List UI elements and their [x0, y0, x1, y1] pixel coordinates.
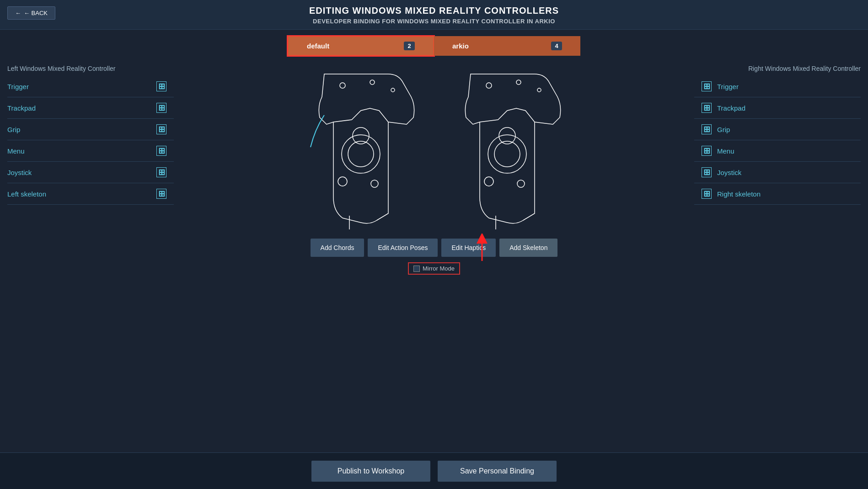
- right-trigger-label: Trigger: [717, 83, 739, 90]
- left-grip-add-icon[interactable]: ⊞: [156, 124, 166, 134]
- svg-point-6: [371, 180, 378, 187]
- add-skeleton-button[interactable]: Add Skeleton: [499, 239, 557, 257]
- right-panel-title: Right Windows Mixed Reality Controller: [694, 65, 861, 72]
- left-grip-item[interactable]: Grip ⊞: [7, 119, 174, 140]
- tab-arkio-badge: 4: [551, 42, 562, 50]
- left-panel: Left Windows Mixed Reality Controller Tr…: [0, 60, 174, 449]
- left-skeleton-add-icon[interactable]: ⊞: [156, 189, 166, 199]
- header: EDITING WINDOWS MIXED REALITY CONTROLLER…: [0, 0, 868, 30]
- tab-arkio[interactable]: arkio 4: [434, 36, 580, 56]
- save-personal-binding-button[interactable]: Save Personal Binding: [438, 461, 557, 482]
- right-menu-label: Menu: [717, 147, 734, 155]
- tab-default-label: default: [307, 42, 329, 50]
- back-button-label: ← BACK: [24, 10, 48, 16]
- svg-point-14: [517, 180, 525, 187]
- page-title: EDITING WINDOWS MIXED REALITY CONTROLLER…: [0, 5, 868, 16]
- svg-point-10: [537, 88, 541, 92]
- footer: Publish to Workshop Save Personal Bindin…: [0, 452, 868, 489]
- svg-point-8: [486, 83, 492, 88]
- svg-point-0: [340, 83, 345, 88]
- right-menu-item[interactable]: Menu ⊞: [694, 140, 861, 162]
- left-trackpad-add-icon[interactable]: ⊞: [156, 103, 166, 113]
- right-controller-image: [443, 65, 571, 229]
- left-skeleton-item[interactable]: Left skeleton ⊞: [7, 183, 174, 205]
- left-menu-add-icon[interactable]: ⊞: [156, 146, 166, 156]
- right-joystick-label: Joystick: [717, 169, 741, 176]
- svg-point-12: [494, 141, 520, 167]
- left-skeleton-label: Left skeleton: [7, 190, 46, 198]
- right-trigger-item[interactable]: Trigger ⊞: [694, 76, 861, 97]
- right-trigger-add-icon[interactable]: ⊞: [702, 81, 712, 91]
- left-controller-image: [297, 65, 425, 229]
- left-trackpad-label: Trackpad: [7, 104, 36, 112]
- right-trackpad-add-icon[interactable]: ⊞: [702, 103, 712, 113]
- page-subtitle: DEVELOPER BINDING FOR WINDOWS MIXED REAL…: [0, 18, 868, 25]
- svg-point-9: [516, 80, 521, 85]
- svg-point-5: [338, 177, 347, 186]
- tabs-container: default 2 arkio 4: [0, 30, 868, 60]
- left-grip-label: Grip: [7, 126, 20, 133]
- red-arrow-annotation: [471, 234, 493, 266]
- right-grip-add-icon[interactable]: ⊞: [702, 124, 712, 134]
- right-skeleton-label: Right skeleton: [717, 190, 761, 198]
- right-joystick-item[interactable]: Joystick ⊞: [694, 162, 861, 183]
- left-joystick-item[interactable]: Joystick ⊞: [7, 162, 174, 183]
- right-trackpad-item[interactable]: Trackpad ⊞: [694, 97, 861, 119]
- back-arrow-icon: ←: [15, 10, 21, 16]
- mirror-mode-label: Mirror Mode: [423, 265, 455, 272]
- action-buttons-row: Add Chords Edit Action Poses Edit Haptic…: [311, 239, 558, 257]
- left-trigger-label: Trigger: [7, 83, 29, 90]
- right-menu-add-icon[interactable]: ⊞: [702, 146, 712, 156]
- right-trackpad-label: Trackpad: [717, 104, 745, 112]
- right-skeleton-item[interactable]: Right skeleton ⊞: [694, 183, 861, 205]
- tab-arkio-label: arkio: [452, 42, 469, 50]
- left-joystick-add-icon[interactable]: ⊞: [156, 167, 166, 177]
- right-panel: Right Windows Mixed Reality Controller T…: [694, 60, 868, 449]
- center-area: Add Chords Edit Action Poses Edit Haptic…: [174, 60, 694, 449]
- bottom-buttons: Add Chords Edit Action Poses Edit Haptic…: [311, 239, 558, 275]
- left-panel-title: Left Windows Mixed Reality Controller: [7, 65, 174, 72]
- left-menu-item[interactable]: Menu ⊞: [7, 140, 174, 162]
- svg-point-3: [342, 135, 380, 173]
- svg-point-13: [484, 177, 493, 186]
- right-skeleton-add-icon[interactable]: ⊞: [702, 189, 712, 199]
- svg-point-2: [391, 88, 395, 92]
- left-trigger-add-icon[interactable]: ⊞: [156, 81, 166, 91]
- right-joystick-add-icon[interactable]: ⊞: [702, 167, 712, 177]
- edit-action-poses-button[interactable]: Edit Action Poses: [368, 239, 438, 257]
- add-chords-button[interactable]: Add Chords: [311, 239, 364, 257]
- main-content: Left Windows Mixed Reality Controller Tr…: [0, 60, 868, 449]
- mirror-mode-toggle[interactable]: Mirror Mode: [408, 262, 460, 275]
- right-grip-item[interactable]: Grip ⊞: [694, 119, 861, 140]
- left-trackpad-item[interactable]: Trackpad ⊞: [7, 97, 174, 119]
- tab-default-badge: 2: [404, 42, 415, 50]
- left-joystick-label: Joystick: [7, 169, 32, 176]
- left-menu-label: Menu: [7, 147, 25, 155]
- svg-point-4: [348, 141, 374, 167]
- svg-point-11: [488, 135, 526, 173]
- tab-default[interactable]: default 2: [288, 36, 434, 56]
- right-grip-label: Grip: [717, 126, 730, 133]
- left-trigger-item[interactable]: Trigger ⊞: [7, 76, 174, 97]
- back-button[interactable]: ← ← BACK: [7, 6, 55, 20]
- controllers-wrapper: [297, 65, 571, 229]
- svg-point-1: [370, 80, 375, 85]
- mirror-mode-checkbox[interactable]: [413, 266, 420, 272]
- publish-to-workshop-button[interactable]: Publish to Workshop: [311, 461, 430, 482]
